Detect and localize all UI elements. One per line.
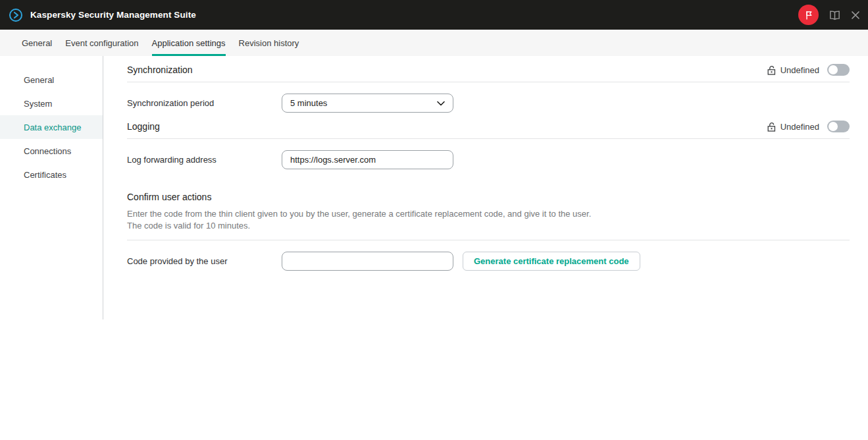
log-forwarding-input[interactable] <box>282 150 453 169</box>
synchronization-period-select[interactable]: 5 minutes <box>282 94 453 113</box>
unlocked-lock-icon <box>767 122 776 132</box>
tab-application-settings[interactable]: Application settings <box>152 30 226 56</box>
flag-icon <box>804 10 814 20</box>
sidebar-item-certificates[interactable]: Certificates <box>0 163 103 186</box>
sidebar-item-data-exchange[interactable]: Data exchange <box>0 115 103 139</box>
tab-event-configuration[interactable]: Event configuration <box>65 30 138 56</box>
confirm-user-actions-description: Enter the code from the thin client give… <box>127 208 598 232</box>
synchronization-period-label: Synchronization period <box>127 98 282 108</box>
sidebar-item-general[interactable]: General <box>0 68 103 92</box>
flag-badge-button[interactable] <box>798 5 819 25</box>
logging-lock-group: Undefined <box>767 121 850 132</box>
tab-general[interactable]: General <box>22 30 52 56</box>
log-forwarding-label: Log forwarding address <box>127 155 282 165</box>
app-logo <box>9 8 23 22</box>
settings-content: Synchronization Undefined Synchronizatio… <box>103 56 868 440</box>
code-label: Code provided by the user <box>127 256 282 266</box>
help-book-button[interactable] <box>829 10 841 20</box>
synchronization-lock-group: Undefined <box>767 64 850 76</box>
synchronization-toggle[interactable] <box>827 64 850 76</box>
app-title: Kaspersky Security Management Suite <box>30 10 196 20</box>
synchronization-period-value: 5 minutes <box>290 98 327 108</box>
code-input[interactable] <box>282 252 453 271</box>
close-window-button[interactable] <box>851 11 860 20</box>
synchronization-lock-state: Undefined <box>780 65 819 75</box>
logging-title: Logging <box>127 121 160 132</box>
divider <box>127 240 850 240</box>
synchronization-title: Synchronization <box>127 65 193 75</box>
unlocked-lock-icon <box>767 65 776 75</box>
logging-section-header: Logging Undefined <box>127 121 850 139</box>
synchronization-period-row: Synchronization period 5 minutes <box>127 94 850 113</box>
logging-lock-state: Undefined <box>780 122 819 132</box>
sidebar-item-connections[interactable]: Connections <box>0 139 103 163</box>
topbar: Kaspersky Security Management Suite <box>0 0 868 30</box>
confirm-user-actions-title: Confirm user actions <box>127 192 850 202</box>
sidebar-item-system[interactable]: System <box>0 92 103 115</box>
code-row: Code provided by the user Generate certi… <box>127 252 850 271</box>
generate-certificate-code-button[interactable]: Generate certificate replacement code <box>463 252 640 271</box>
logging-toggle[interactable] <box>827 121 850 132</box>
kaspersky-logo-icon <box>9 8 23 22</box>
tab-bar: General Event configuration Application … <box>0 30 868 56</box>
chevron-down-icon <box>437 101 445 106</box>
settings-sidebar: General System Data exchange Connections… <box>0 56 103 319</box>
log-forwarding-row: Log forwarding address <box>127 150 850 169</box>
book-icon <box>829 10 841 20</box>
close-icon <box>851 11 860 20</box>
tab-revision-history[interactable]: Revision history <box>239 30 299 56</box>
synchronization-section-header: Synchronization Undefined <box>127 64 850 82</box>
